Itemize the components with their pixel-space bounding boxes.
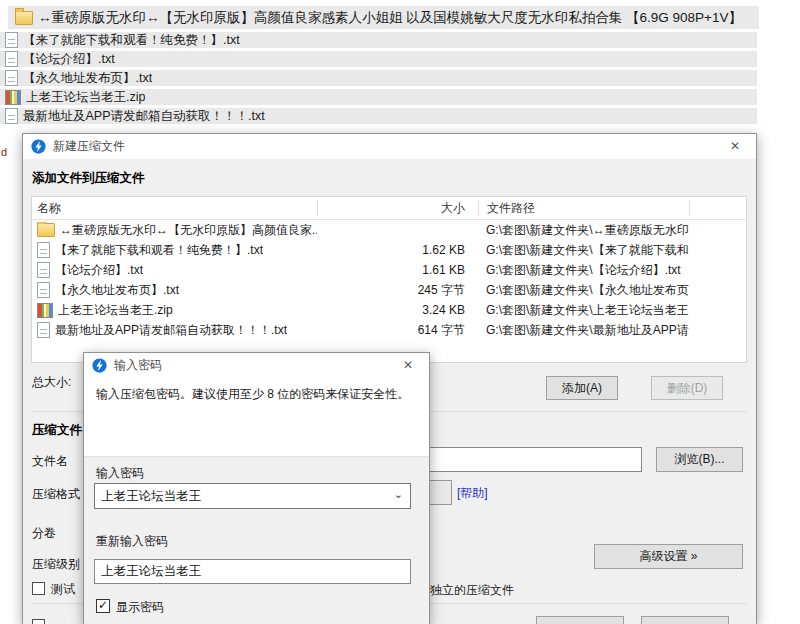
file-table: 名称 大小 文件路径 ↔重磅原版无水印↔【无水印原版】高颜值良家...G:\套图…: [31, 196, 747, 363]
file-name: 【来了就能下载和观看！纯免费！】.txt: [23, 32, 240, 48]
cell-path: G:\套图\新建文件夹\↔重磅原版无水印↔【无水...: [478, 222, 689, 239]
start-button-cut[interactable]: [536, 616, 624, 624]
show-password-label: 显示密码: [116, 599, 164, 616]
chevron-down-icon[interactable]: ⌄: [394, 488, 403, 501]
cell-name: 最新地址及APP请发邮箱自动获取！！！.txt: [55, 322, 287, 339]
column-header-path[interactable]: 文件路径: [478, 200, 689, 216]
compression-level-label: 压缩级别: [32, 556, 80, 573]
txt-icon: [5, 108, 18, 124]
explorer-file-row[interactable]: 【永久地址发布页】.txt: [0, 70, 757, 86]
cell-path: G:\套图\新建文件夹\上老王论坛当老王.zip: [478, 302, 689, 319]
close-icon[interactable]: ✕: [387, 353, 429, 378]
add-button[interactable]: 添加(A): [546, 376, 618, 400]
delete-button: 删除(D): [651, 376, 723, 400]
add-files-section-title: 添加文件到压缩文件: [32, 170, 145, 187]
file-name: 【论坛介绍】.txt: [23, 51, 115, 67]
table-row[interactable]: 上老王论坛当老王.zip3.24 KBG:\套图\新建文件夹\上老王论坛当老王.…: [32, 300, 746, 320]
folder-icon: [37, 223, 55, 237]
enter-password-label: 输入密码: [96, 465, 144, 482]
cancel-button-cut[interactable]: [641, 616, 729, 624]
file-name: 最新地址及APP请发邮箱自动获取！！！.txt: [23, 108, 265, 124]
explorer-file-row[interactable]: 【论坛介绍】.txt: [0, 51, 757, 67]
password-message: 输入压缩包密码。建议使用至少 8 位的密码来保证安全性。: [96, 386, 419, 402]
reenter-password-input[interactable]: [94, 559, 411, 584]
table-row[interactable]: 【来了就能下载和观看！纯免费！】.txt1.62 KBG:\套图\新建文件夹\【…: [32, 240, 746, 260]
cell-size: 245 字节: [317, 282, 478, 299]
filename-label: 文件名: [32, 453, 68, 470]
cell-path: G:\套图\新建文件夹\【论坛介绍】.txt: [478, 262, 689, 279]
file-table-header: 名称 大小 文件路径: [32, 197, 746, 220]
cell-path: G:\套图\新建文件夹\【来了就能下载和观看！纯免...: [478, 242, 689, 259]
txt-icon: [5, 51, 18, 67]
cell-path: G:\套图\新建文件夹\【永久地址发布页】.txt: [478, 282, 689, 299]
column-header-extra: [689, 200, 746, 216]
cell-path: G:\套图\新建文件夹\最新地址及APP请发邮箱自动...: [478, 322, 689, 339]
table-row[interactable]: 【论坛介绍】.txt1.61 KBG:\套图\新建文件夹\【论坛介绍】.txt: [32, 260, 746, 280]
txt-icon: [37, 262, 50, 278]
standalone-archive-label-fragment: 独立的压缩文件: [430, 582, 514, 599]
show-password-checkbox[interactable]: [96, 599, 110, 613]
background-stray-text: d: [1, 146, 7, 158]
txt-icon: [37, 282, 50, 298]
cell-name: 【论坛介绍】.txt: [55, 262, 143, 279]
table-row[interactable]: 最新地址及APP请发邮箱自动获取！！！.txt614 字节G:\套图\新建文件夹…: [32, 320, 746, 340]
password-dialog-titlebar: 输入密码 ✕: [84, 353, 429, 378]
password-dialog-title: 输入密码: [114, 357, 162, 374]
desktop: ↔重磅原版无水印↔【无水印原版】高颜值良家感素人小姐姐 以及国模姚敏大尺度无水印…: [0, 0, 800, 624]
explorer-file-row[interactable]: 【来了就能下载和观看！纯免费！】.txt: [0, 32, 757, 48]
advanced-settings-button[interactable]: 高级设置 »: [594, 544, 743, 569]
test-checkbox[interactable]: [32, 582, 45, 595]
txt-icon: [5, 32, 18, 48]
txt-icon: [37, 322, 50, 338]
archive-dialog-title: 新建压缩文件: [53, 138, 125, 155]
bandizip-logo-icon: [31, 139, 46, 154]
bottom-checkbox-cut[interactable]: [32, 619, 45, 624]
explorer-file-row[interactable]: 最新地址及APP请发邮箱自动获取！！！.txt: [0, 108, 757, 124]
reenter-password-label: 重新输入密码: [96, 533, 168, 550]
archive-section-title: 压缩文件: [32, 422, 82, 439]
folder-icon: [15, 11, 33, 25]
cell-size: 1.62 KB: [317, 243, 478, 257]
password-combobox[interactable]: ⌄: [94, 483, 411, 509]
explorer-file-row[interactable]: ↔重磅原版无水印↔【无水印原版】高颜值良家感素人小姐姐 以及国模姚敏大尺度无水印…: [8, 6, 759, 29]
password-input[interactable]: [95, 484, 399, 508]
password-message-area: 输入压缩包密码。建议使用至少 8 位的密码来保证安全性。: [84, 378, 429, 457]
column-header-size[interactable]: 大小: [317, 200, 478, 216]
cell-size: 614 字节: [317, 322, 478, 339]
txt-icon: [37, 242, 50, 258]
cell-size: 3.24 KB: [317, 303, 478, 317]
explorer-file-list: ↔重磅原版无水印↔【无水印原版】高颜值良家感素人小姐姐 以及国模姚敏大尺度无水印…: [0, 0, 760, 127]
file-name: 上老王论坛当老王.zip: [26, 89, 145, 105]
password-dialog: 输入密码 ✕ 输入压缩包密码。建议使用至少 8 位的密码来保证安全性。 输入密码…: [83, 352, 430, 624]
test-checkbox-label: 测试: [51, 581, 75, 598]
zip-icon: [37, 303, 53, 318]
volume-label: 分卷: [32, 525, 56, 542]
browse-button[interactable]: 浏览(B)...: [656, 447, 743, 472]
table-row[interactable]: ↔重磅原版无水印↔【无水印原版】高颜值良家...G:\套图\新建文件夹\↔重磅原…: [32, 220, 746, 240]
close-icon[interactable]: ✕: [714, 134, 756, 159]
archive-dialog-titlebar: 新建压缩文件 ✕: [23, 134, 756, 159]
explorer-file-row[interactable]: 上老王论坛当老王.zip: [0, 89, 757, 105]
cell-name: 上老王论坛当老王.zip: [58, 302, 173, 319]
cell-size: 1.61 KB: [317, 263, 478, 277]
total-size-label: 总大小:: [32, 374, 71, 391]
file-name: 【永久地址发布页】.txt: [23, 70, 152, 86]
file-table-body: ↔重磅原版无水印↔【无水印原版】高颜值良家...G:\套图\新建文件夹\↔重磅原…: [32, 220, 746, 340]
bandizip-logo-icon: [92, 358, 107, 373]
help-link[interactable]: [帮助]: [457, 485, 488, 502]
zip-icon: [5, 90, 21, 105]
cell-name: 【来了就能下载和观看！纯免费！】.txt: [55, 242, 263, 259]
column-header-name[interactable]: 名称: [32, 200, 317, 216]
table-row[interactable]: 【永久地址发布页】.txt245 字节G:\套图\新建文件夹\【永久地址发布页】…: [32, 280, 746, 300]
txt-icon: [5, 70, 18, 86]
file-name: ↔重磅原版无水印↔【无水印原版】高颜值良家感素人小姐姐 以及国模姚敏大尺度无水印…: [38, 6, 742, 29]
format-label: 压缩格式: [32, 486, 80, 503]
cell-name: ↔重磅原版无水印↔【无水印原版】高颜值良家...: [60, 222, 317, 239]
cell-name: 【永久地址发布页】.txt: [55, 282, 179, 299]
